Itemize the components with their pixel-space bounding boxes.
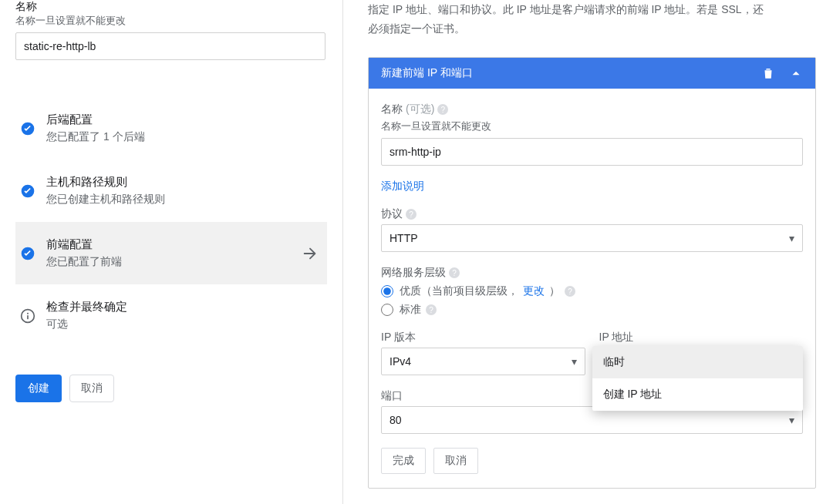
name-label-top: 名称	[15, 0, 327, 14]
name-optional: (可选)	[406, 102, 434, 116]
intro-text: 指定 IP 地址、端口和协议。此 IP 地址是客户端请求的前端 IP 地址。若是…	[368, 0, 816, 19]
tier-standard-radio[interactable]	[381, 304, 393, 316]
step-frontend[interactable]: 前端配置 您已配置了前端	[15, 222, 327, 284]
panel-title: 新建前端 IP 和端口	[381, 66, 761, 80]
help-icon[interactable]: ?	[437, 104, 448, 115]
step-title: 后端配置	[46, 113, 319, 127]
step-review[interactable]: 检查并最终确定 可选	[15, 284, 327, 347]
help-icon[interactable]: ?	[426, 304, 437, 315]
name-label: 名称	[381, 102, 403, 116]
step-sub: 您已创建主机和路径规则	[46, 193, 319, 207]
help-icon[interactable]: ?	[449, 267, 460, 278]
name-hint-top: 名称一旦设置就不能更改	[15, 14, 327, 28]
tier-premium-label: 优质（当前项目级层级， 更改） ?	[400, 284, 575, 298]
check-circle-icon	[20, 246, 35, 261]
arrow-right-icon	[301, 244, 319, 263]
frontend-panel: 新建前端 IP 和端口 名称 (可选) ?	[368, 57, 816, 489]
lb-name-input[interactable]	[15, 32, 325, 60]
svg-rect-5	[27, 315, 29, 319]
dropdown-item-create-ip[interactable]: 创建 IP 地址	[592, 378, 804, 411]
check-circle-icon	[20, 121, 35, 136]
step-sub: 您已配置了前端	[46, 255, 301, 269]
ip-addr-label: IP 地址	[599, 331, 634, 344]
name-hint: 名称一旦设置就不能更改	[381, 119, 803, 133]
step-title: 前端配置	[46, 237, 301, 252]
tier-change-link[interactable]: 更改	[523, 284, 545, 298]
step-title: 主机和路径规则	[46, 175, 319, 190]
step-sub: 您已配置了 1 个后端	[46, 130, 319, 144]
protocol-label: 协议	[381, 207, 403, 221]
step-title: 检查并最终确定	[46, 300, 319, 314]
intro-text: 必须指定一个证书。	[368, 19, 816, 39]
dropdown-item-ephemeral[interactable]: 临时	[592, 346, 804, 378]
step-backend[interactable]: 后端配置 您已配置了 1 个后端	[15, 97, 327, 160]
delete-icon[interactable]	[761, 66, 775, 80]
tier-label: 网络服务层级	[381, 266, 446, 280]
help-icon[interactable]: ?	[406, 209, 416, 220]
ip-address-dropdown[interactable]: 临时 创建 IP 地址	[592, 346, 804, 411]
tier-standard-label: 标准 ?	[400, 303, 437, 317]
collapse-icon[interactable]	[789, 66, 803, 80]
ip-version-select[interactable]: IPv4 ▾	[381, 348, 585, 375]
step-sub: 可选	[46, 318, 319, 331]
ip-version-value: IPv4	[390, 355, 411, 368]
check-circle-icon	[20, 183, 35, 199]
caret-down-icon: ▾	[572, 355, 577, 368]
port-label: 端口	[381, 389, 403, 403]
port-value: 80	[390, 414, 402, 426]
cancel-button[interactable]: 取消	[69, 375, 114, 402]
ip-version-label: IP 版本	[381, 331, 416, 344]
protocol-select[interactable]: HTTP ▾	[381, 224, 803, 252]
info-circle-icon	[20, 308, 35, 324]
help-icon[interactable]: ?	[565, 286, 575, 297]
step-host-path[interactable]: 主机和路径规则 您已创建主机和路径规则	[15, 160, 327, 222]
protocol-value: HTTP	[390, 232, 418, 244]
done-button[interactable]: 完成	[381, 448, 426, 474]
cancel-button[interactable]: 取消	[433, 448, 478, 474]
tier-premium-radio[interactable]	[381, 285, 393, 297]
create-button[interactable]: 创建	[15, 375, 62, 402]
svg-point-4	[27, 312, 29, 314]
add-description-link[interactable]: 添加说明	[381, 180, 424, 192]
caret-down-icon: ▾	[789, 232, 794, 244]
frontend-name-input[interactable]	[381, 138, 803, 166]
caret-down-icon: ▾	[789, 414, 794, 426]
